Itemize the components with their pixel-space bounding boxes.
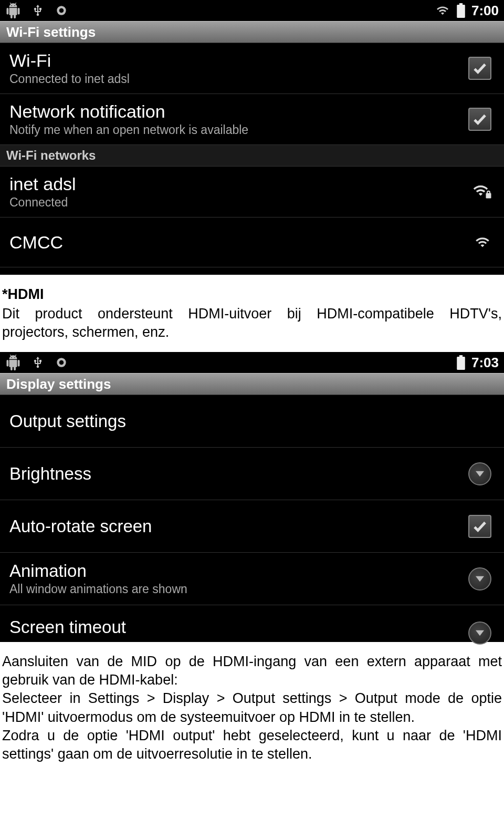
status-bar: 7:03 (0, 352, 504, 373)
item-title: Screen timeout (9, 617, 126, 637)
item-title: Auto-rotate screen (9, 516, 152, 536)
item-title: Network notification (9, 101, 248, 122)
display-settings-header: Display settings (0, 373, 504, 395)
debug-icon (55, 4, 68, 17)
svg-point-5 (59, 360, 64, 365)
item-title: Animation (9, 561, 187, 581)
debug-icon (55, 356, 68, 369)
svg-rect-3 (487, 191, 490, 194)
network-notification-item[interactable]: Network notification Notify me when an o… (0, 94, 504, 145)
instructions-p3: Zodra u de optie 'HDMI output' hebt gese… (2, 727, 502, 763)
animation-item[interactable]: Animation All window animations are show… (0, 553, 504, 605)
svg-rect-2 (486, 193, 491, 199)
item-title: Wi-Fi (9, 50, 130, 71)
battery-icon (457, 3, 465, 18)
instructions-p2: Selecteer in Settings > Display > Output… (2, 689, 502, 726)
hdmi-heading: *HDMI (2, 285, 502, 304)
item-title: Brightness (9, 464, 91, 484)
wifi-checkbox[interactable] (468, 57, 491, 80)
hdmi-intro-text: *HDMI Dit product ondersteunt HDMI-uitvo… (0, 275, 504, 352)
status-bar: 7:00 (0, 0, 504, 21)
wifi-networks-section: Wi-Fi networks (0, 145, 504, 167)
item-subtitle: Notify me when an open network is availa… (9, 123, 248, 137)
clock: 7:03 (471, 355, 499, 371)
battery-icon (457, 355, 465, 370)
instructions-p1: Aansluiten van de MID op de HDMI-ingang … (2, 652, 502, 689)
item-title: Output settings (9, 411, 126, 431)
svg-marker-8 (476, 630, 484, 636)
svg-point-1 (59, 8, 64, 13)
item-subtitle: Connected to inet adsl (9, 72, 130, 86)
android-icon (5, 355, 21, 370)
wifi-toggle-item[interactable]: Wi-Fi Connected to inet adsl (0, 43, 504, 94)
wifi-settings-header: Wi-Fi settings (0, 21, 504, 43)
output-settings-item[interactable]: Output settings (0, 395, 504, 448)
usb-icon (32, 3, 44, 18)
item-subtitle: All window animations are shown (9, 582, 187, 596)
svg-marker-7 (476, 576, 484, 582)
display-settings-screenshot: 7:03 Display settings Output settings Br… (0, 352, 504, 642)
auto-rotate-checkbox[interactable] (468, 515, 491, 538)
screen-timeout-item[interactable]: Screen timeout (0, 605, 504, 642)
usb-icon (32, 355, 44, 370)
network-inet-adsl[interactable]: inet adsl Connected (0, 167, 504, 217)
hdmi-paragraph: Dit product ondersteunt HDMI-uitvoer bij… (2, 305, 502, 341)
timeout-more-icon[interactable] (468, 622, 491, 645)
network-name: CMCC (9, 232, 63, 253)
network-cmcc[interactable]: CMCC (0, 217, 504, 267)
network-status: Connected (9, 195, 76, 210)
wifi-open-icon (474, 235, 491, 250)
notification-checkbox[interactable] (468, 108, 491, 131)
brightness-item[interactable]: Brightness (0, 448, 504, 500)
animation-more-icon[interactable] (468, 567, 491, 591)
network-name: inet adsl (9, 174, 76, 194)
auto-rotate-item[interactable]: Auto-rotate screen (0, 500, 504, 553)
wifi-icon (435, 4, 450, 17)
brightness-more-icon[interactable] (468, 462, 491, 485)
wifi-secure-icon (472, 184, 491, 200)
wifi-settings-screenshot: 7:00 Wi-Fi settings Wi-Fi Connected to i… (0, 0, 504, 275)
android-icon (5, 3, 21, 18)
clock: 7:00 (471, 3, 499, 19)
svg-marker-6 (476, 471, 484, 477)
hdmi-instructions-text: Aansluiten van de MID op de HDMI-ingang … (0, 642, 504, 774)
